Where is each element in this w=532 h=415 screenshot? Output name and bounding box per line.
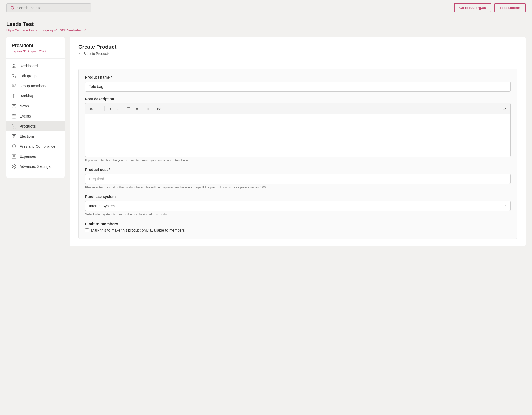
- people-icon: [12, 84, 16, 88]
- svg-point-13: [15, 128, 16, 128]
- url-text: https://engage.luu.org.uk/groups/JR933/l…: [6, 28, 83, 32]
- limit-members-checkbox-label[interactable]: Mark this to make this product only avai…: [91, 228, 185, 232]
- sidebar-label-edit-group: Edit group: [20, 74, 37, 78]
- toolbar-sep-4: [153, 106, 153, 111]
- content-divider: [78, 62, 517, 62]
- role-title: President: [12, 43, 59, 48]
- limit-members-title: Limit to members: [85, 222, 511, 226]
- purchase-system-label: Purchase system: [85, 195, 511, 199]
- purchase-system-hint: Select what system to use for the purcha…: [85, 213, 511, 216]
- sidebar-nav: Dashboard Edit group Group members Banki…: [6, 61, 65, 172]
- svg-point-12: [13, 128, 14, 128]
- sidebar: President Expires 31 August, 2022 Dashbo…: [6, 37, 65, 178]
- sidebar-label-news: News: [20, 104, 29, 108]
- toolbar-ul-btn[interactable]: ☰: [125, 105, 132, 112]
- sidebar-label-dashboard: Dashboard: [20, 64, 38, 68]
- svg-line-1: [13, 9, 14, 10]
- sidebar-item-elections[interactable]: Elections: [6, 131, 65, 141]
- sidebar-label-group-members: Group members: [20, 84, 46, 88]
- toolbar-bold-btn[interactable]: B: [106, 105, 114, 112]
- sidebar-item-events[interactable]: Events: [6, 111, 65, 121]
- sidebar-label-advanced-settings: Advanced Settings: [20, 164, 51, 169]
- sidebar-item-expenses[interactable]: Expenses: [6, 151, 65, 161]
- sidebar-label-events: Events: [20, 114, 31, 118]
- sidebar-item-dashboard[interactable]: Dashboard: [6, 61, 65, 71]
- create-product-form: Product name * Post description <> T B I…: [78, 69, 517, 239]
- product-cost-input[interactable]: [85, 174, 511, 184]
- svg-point-2: [13, 84, 14, 86]
- header-buttons: Go to luu.org.uk Test Student: [454, 3, 526, 12]
- svg-rect-8: [12, 115, 16, 118]
- external-link-icon: ↗: [84, 29, 86, 32]
- post-description-label: Post description: [85, 97, 511, 101]
- product-name-group: Product name *: [85, 75, 511, 92]
- back-link-text: Back to Products: [83, 52, 109, 56]
- toolbar-sep-1: [104, 106, 105, 111]
- svg-rect-15: [13, 135, 15, 136]
- editor-toolbar: <> T B I ☰ ≡ ⊞ Tx ⤢: [85, 103, 510, 114]
- sidebar-label-products: Products: [20, 124, 36, 128]
- header: Go to luu.org.uk Test Student: [0, 0, 532, 16]
- sidebar-label-elections: Elections: [20, 134, 35, 138]
- back-arrow-icon: ←: [78, 52, 82, 56]
- ballot-icon: [12, 134, 16, 139]
- page-title-section: Leeds Test https://engage.luu.org.uk/gro…: [0, 16, 532, 37]
- description-hint: If you want to describe your product to …: [85, 159, 511, 162]
- cart-icon: [12, 124, 16, 129]
- sidebar-label-banking: Banking: [20, 94, 33, 98]
- sidebar-item-banking[interactable]: Banking: [6, 91, 65, 101]
- sidebar-item-edit-group[interactable]: Edit group: [6, 71, 65, 81]
- product-cost-hint: Please enter the cost of the product her…: [85, 186, 511, 189]
- bank-icon: [12, 94, 16, 98]
- news-icon: [12, 104, 16, 109]
- toolbar-clear-btn[interactable]: Tx: [155, 105, 162, 112]
- toolbar-heading-btn[interactable]: T: [95, 105, 103, 112]
- sidebar-item-group-members[interactable]: Group members: [6, 81, 65, 91]
- role-section: President Expires 31 August, 2022: [6, 43, 65, 59]
- sidebar-label-files-compliance: Files and Compliance: [20, 144, 55, 148]
- limit-members-checkbox-row: Mark this to make this product only avai…: [85, 228, 511, 232]
- content-area: Create Product ← Back to Products Produc…: [70, 37, 526, 246]
- sidebar-item-products[interactable]: Products: [6, 121, 65, 131]
- edit-icon: [12, 74, 16, 78]
- post-description-group: Post description <> T B I ☰ ≡ ⊞: [85, 97, 511, 162]
- go-to-site-button[interactable]: Go to luu.org.uk: [454, 3, 491, 12]
- toolbar-expand-btn[interactable]: ⤢: [501, 105, 508, 112]
- limit-members-section: Limit to members Mark this to make this …: [85, 222, 511, 232]
- search-bar[interactable]: [6, 3, 91, 12]
- page-url-link[interactable]: https://engage.luu.org.uk/groups/JR933/l…: [6, 28, 526, 32]
- user-button[interactable]: Test Student: [494, 3, 526, 12]
- toolbar-sep-2: [123, 106, 123, 111]
- shield-icon: [12, 144, 16, 149]
- purchase-system-select-wrapper: Internal System External System: [85, 201, 511, 211]
- search-input[interactable]: [17, 6, 87, 10]
- sidebar-item-news[interactable]: News: [6, 101, 65, 111]
- svg-point-0: [11, 6, 14, 9]
- svg-point-22: [14, 166, 15, 167]
- search-icon: [10, 6, 15, 10]
- gear-icon: [12, 164, 16, 169]
- back-to-products-link[interactable]: ← Back to Products: [78, 52, 517, 56]
- purchase-system-select[interactable]: Internal System External System: [85, 201, 511, 211]
- toolbar-link-btn[interactable]: ⊞: [144, 105, 151, 112]
- create-product-heading: Create Product: [78, 44, 517, 50]
- page-title: Leeds Test: [6, 21, 526, 27]
- product-name-label: Product name *: [85, 75, 511, 79]
- sidebar-label-expenses: Expenses: [20, 154, 36, 159]
- purchase-system-group: Purchase system Internal System External…: [85, 195, 511, 216]
- sidebar-item-files-compliance[interactable]: Files and Compliance: [6, 141, 65, 151]
- editor-body[interactable]: [85, 114, 510, 157]
- receipt-icon: [12, 154, 16, 159]
- toolbar-code-btn[interactable]: <>: [87, 105, 95, 112]
- rich-text-editor[interactable]: <> T B I ☰ ≡ ⊞ Tx ⤢: [85, 103, 511, 157]
- calendar-icon: [12, 114, 16, 119]
- main-layout: President Expires 31 August, 2022 Dashbo…: [0, 37, 532, 253]
- limit-members-checkbox[interactable]: [85, 228, 89, 232]
- toolbar-sep-3: [142, 106, 142, 111]
- sidebar-item-advanced-settings[interactable]: Advanced Settings: [6, 161, 65, 172]
- product-name-input[interactable]: [85, 82, 511, 92]
- toolbar-ol-btn[interactable]: ≡: [133, 105, 140, 112]
- svg-rect-3: [12, 95, 16, 98]
- product-cost-group: Product cost * Please enter the cost of …: [85, 168, 511, 189]
- toolbar-italic-btn[interactable]: I: [114, 105, 122, 112]
